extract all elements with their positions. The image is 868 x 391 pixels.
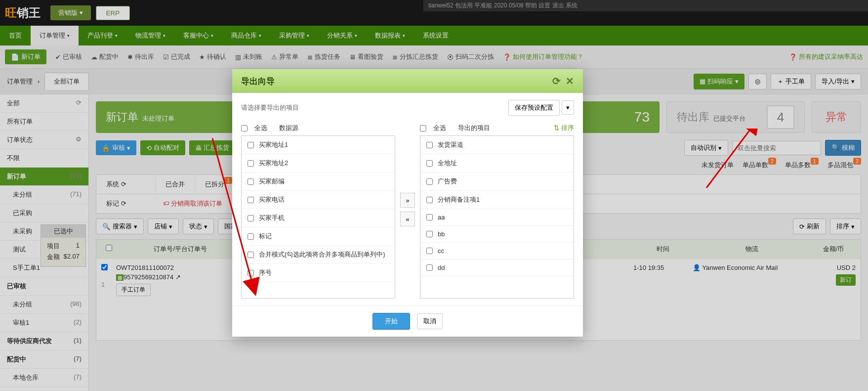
list-item[interactable]: 买家电话 bbox=[242, 191, 395, 209]
list-item[interactable]: dd bbox=[420, 260, 574, 276]
list-item[interactable]: cc bbox=[420, 243, 574, 260]
list-item[interactable]: 买家地址1 bbox=[242, 136, 395, 154]
modal-header: 导出向导 ⟳ ✕ bbox=[232, 69, 583, 93]
list-item[interactable]: 买家地址2 bbox=[242, 154, 395, 173]
list-item[interactable]: 分销商备注项1 bbox=[420, 191, 574, 209]
list-item[interactable]: 发货渠道 bbox=[420, 136, 574, 154]
list-item[interactable]: 全地址 bbox=[420, 154, 574, 173]
right-select-all[interactable] bbox=[420, 125, 426, 131]
start-button[interactable]: 开始 bbox=[372, 313, 410, 330]
move-left-button[interactable]: « bbox=[400, 212, 415, 226]
list-item[interactable]: 买家邮编 bbox=[242, 173, 395, 191]
source-list[interactable]: 买家地址1 买家地址2 买家邮编 买家电话 买家手机 标记 合并模式(勾选此项将… bbox=[241, 135, 395, 299]
move-right-button[interactable]: » bbox=[400, 193, 415, 208]
save-preset-button[interactable]: 保存预设配置 bbox=[508, 100, 560, 116]
left-header: 数据源 bbox=[279, 124, 298, 132]
modal-subtitle: 请选择要导出的项目 bbox=[241, 103, 299, 112]
refresh-icon[interactable]: ⟳ bbox=[552, 75, 561, 87]
list-item[interactable]: 序号 bbox=[242, 264, 395, 282]
list-item[interactable]: aa bbox=[420, 209, 574, 226]
list-item[interactable]: 买家手机 bbox=[242, 209, 395, 227]
preset-dropdown[interactable]: ▾ bbox=[562, 100, 574, 115]
list-item[interactable]: 标记 bbox=[242, 227, 395, 246]
cancel-button[interactable]: 取消 bbox=[417, 313, 443, 329]
left-select-all[interactable] bbox=[241, 125, 248, 131]
list-item[interactable]: 广告费 bbox=[420, 173, 574, 191]
right-header: 导出的项目 bbox=[458, 124, 490, 132]
close-icon[interactable]: ✕ bbox=[566, 75, 574, 87]
export-wizard-modal: 导出向导 ⟳ ✕ 请选择要导出的项目 保存预设配置 ▾ 全选 数据源 买家地址1… bbox=[232, 69, 583, 337]
modal-title: 导出向导 bbox=[241, 76, 275, 87]
sort-link[interactable]: ⇅ 排序 bbox=[554, 124, 574, 132]
list-item[interactable]: 合并模式(勾选此项将合并多项商品到单列中) bbox=[242, 246, 395, 264]
target-list[interactable]: 发货渠道 全地址 广告费 分销商备注项1 aa bb cc dd bbox=[420, 135, 574, 299]
list-item[interactable]: bb bbox=[420, 226, 574, 243]
